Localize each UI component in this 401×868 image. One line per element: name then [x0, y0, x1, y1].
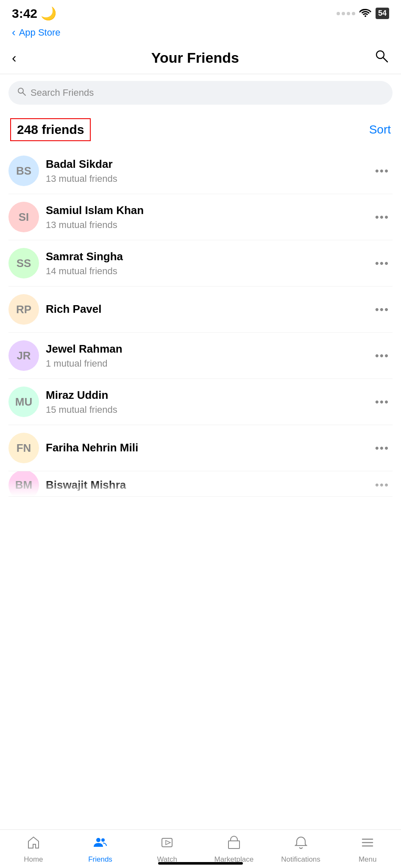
friend-avatar: SS	[8, 248, 39, 278]
friend-info: Miraz Uddin 15 mutual friends	[46, 388, 365, 415]
nav-label-friends: Friends	[88, 855, 112, 864]
friend-name: Badal Sikdar	[46, 157, 365, 172]
friend-list-item[interactable]: MU Miraz Uddin 15 mutual friends •••	[8, 379, 393, 425]
more-options-button[interactable]: •••	[372, 300, 393, 320]
friend-info: Fariha Nehrin Mili	[46, 441, 365, 455]
friend-name: Rich Pavel	[46, 302, 365, 317]
search-icon	[17, 87, 26, 99]
signal-dot-4	[352, 12, 355, 15]
home-indicator	[158, 862, 243, 865]
friend-name: Fariha Nehrin Mili	[46, 441, 365, 455]
app-store-nav[interactable]: ‹ App Store	[0, 24, 401, 44]
friends-count-row: 248 friends Sort	[0, 111, 401, 148]
nav-item-menu[interactable]: Menu	[334, 835, 401, 868]
page-title: Your Friends	[151, 50, 239, 66]
friend-list-item[interactable]: FN Fariha Nehrin Mili •••	[8, 425, 393, 471]
more-options-button[interactable]: •••	[372, 161, 393, 181]
friend-mutual: 1 mutual friend	[46, 358, 365, 369]
marketplace-icon	[226, 835, 242, 854]
search-container: Search Friends	[0, 74, 401, 111]
friends-icon	[93, 835, 108, 854]
avatar-initials: BS	[16, 164, 31, 178]
sort-button[interactable]: Sort	[369, 123, 391, 136]
app-store-label[interactable]: App Store	[19, 27, 61, 38]
friend-mutual: 13 mutual friends	[46, 173, 365, 184]
nav-label-home: Home	[24, 855, 43, 864]
friends-count-text: 248 friends	[17, 122, 84, 136]
signal-dot-3	[347, 12, 350, 15]
signal-dot-2	[342, 12, 345, 15]
page-header: ‹ Your Friends	[0, 44, 401, 74]
more-options-button[interactable]: •••	[372, 346, 393, 366]
back-arrow-icon[interactable]: ‹	[12, 26, 16, 39]
search-placeholder-text: Search Friends	[31, 87, 94, 98]
friends-list: BS Badal Sikdar 13 mutual friends ••• SI…	[0, 148, 401, 497]
friend-list-item[interactable]: BM Biswajit Mishra •••	[8, 471, 393, 497]
friend-list-item[interactable]: SI Samiul Islam Khan 13 mutual friends •…	[8, 194, 393, 240]
avatar-initials: MU	[15, 395, 32, 409]
friend-info: Badal Sikdar 13 mutual friends	[46, 157, 365, 184]
battery-indicator: 54	[376, 8, 389, 19]
nav-item-home[interactable]: Home	[0, 835, 67, 868]
avatar-initials: JR	[17, 349, 31, 362]
status-time: 3:42 🌙	[12, 6, 56, 21]
avatar-initials: SS	[17, 257, 31, 270]
watch-icon	[159, 835, 175, 854]
home-icon	[26, 835, 41, 854]
nav-item-notifications[interactable]: Notifications	[267, 835, 334, 868]
friend-avatar: JR	[8, 340, 39, 371]
friend-avatar: MU	[8, 387, 39, 417]
more-options-button[interactable]: •••	[372, 438, 393, 458]
friend-info: Rich Pavel	[46, 302, 365, 317]
nav-item-friends[interactable]: Friends	[67, 835, 134, 868]
friend-name: Samrat Singha	[46, 250, 365, 264]
signal-dot-1	[337, 12, 340, 15]
avatar-initials: FN	[17, 442, 31, 455]
friend-list-item[interactable]: JR Jewel Rahman 1 mutual friend •••	[8, 333, 393, 379]
svg-rect-8	[228, 841, 239, 849]
status-right: 54	[337, 8, 389, 19]
friend-mutual: 15 mutual friends	[46, 404, 365, 415]
friend-mutual: 14 mutual friends	[46, 266, 365, 277]
avatar-initials: RP	[16, 303, 31, 316]
friend-name: Jewel Rahman	[46, 342, 365, 356]
moon-icon: 🌙	[41, 6, 56, 21]
friend-avatar: FN	[8, 433, 39, 463]
more-options-button[interactable]: •••	[372, 207, 393, 227]
nav-label-menu: Menu	[359, 855, 377, 864]
friend-list-item[interactable]: BS Badal Sikdar 13 mutual friends •••	[8, 148, 393, 194]
svg-marker-7	[166, 840, 170, 845]
status-bar: 3:42 🌙 54	[0, 0, 401, 24]
search-bar[interactable]: Search Friends	[8, 81, 393, 105]
avatar-initials: SI	[19, 211, 29, 224]
friend-list-item[interactable]: SS Samrat Singha 14 mutual friends •••	[8, 240, 393, 287]
signal-indicator	[337, 12, 355, 15]
notifications-icon	[293, 835, 309, 854]
friend-info: Jewel Rahman 1 mutual friend	[46, 342, 365, 369]
friend-avatar: BS	[8, 156, 39, 186]
menu-icon	[360, 835, 375, 854]
friend-info: Samrat Singha 14 mutual friends	[46, 250, 365, 277]
friend-avatar: RP	[8, 294, 39, 325]
friend-name: Samiul Islam Khan	[46, 203, 365, 218]
friends-count-box: 248 friends	[10, 118, 91, 141]
svg-line-1	[383, 58, 387, 62]
nav-label-notifications: Notifications	[281, 855, 320, 864]
friend-mutual: 13 mutual friends	[46, 220, 365, 231]
friend-avatar: SI	[8, 202, 39, 232]
wifi-icon	[359, 8, 371, 19]
friend-list-item[interactable]: RP Rich Pavel •••	[8, 287, 393, 333]
more-options-button[interactable]: •••	[372, 253, 393, 273]
svg-point-5	[101, 838, 105, 842]
time-display: 3:42	[12, 6, 37, 21]
svg-point-4	[96, 838, 100, 842]
more-options-button[interactable]: •••	[372, 392, 393, 412]
svg-point-2	[18, 88, 23, 93]
battery-level: 54	[378, 9, 387, 18]
header-back-button[interactable]: ‹	[12, 50, 17, 66]
friend-info: Samiul Islam Khan 13 mutual friends	[46, 203, 365, 231]
header-search-button[interactable]	[374, 48, 389, 67]
friend-name: Miraz Uddin	[46, 388, 365, 403]
svg-line-3	[23, 93, 25, 95]
